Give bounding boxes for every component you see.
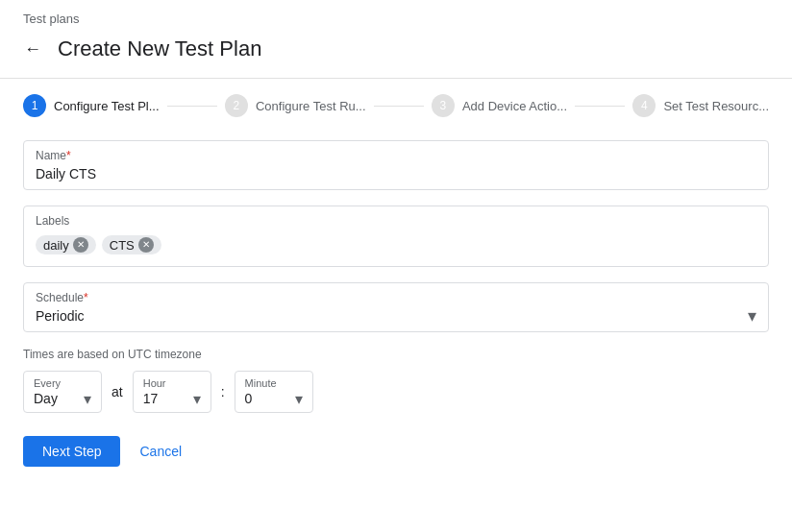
hour-label: Hour [143,377,201,389]
schedule-label: Schedule* [36,291,756,304]
page-title: Create New Test Plan [58,36,261,61]
step-connector-3 [575,106,625,107]
step-4-circle: 4 [632,94,656,117]
minute-select[interactable]: 0 [245,391,303,406]
back-button[interactable]: ← [15,32,50,66]
button-row: Next Step Cancel [0,436,792,467]
timezone-note: Times are based on UTC timezone [23,348,769,361]
colon-separator: : [221,384,225,399]
step-1: 1 Configure Test Pl... [23,94,160,117]
chip-cts-remove[interactable]: ✕ [138,237,154,253]
hour-field: Hour 17 ▾ [133,371,211,413]
hour-select-wrapper: 17 ▾ [143,391,201,406]
step-2: 2 Configure Test Ru... [225,94,366,117]
schedule-select-wrapper: Periodic Once Manual ▾ [36,308,756,324]
step-2-circle: 2 [225,94,248,117]
at-label: at [111,384,123,399]
schedule-field-group: Schedule* Periodic Once Manual ▾ [23,282,769,332]
breadcrumb: Test plans [0,0,792,26]
chip-daily-remove[interactable]: ✕ [73,237,88,253]
chip-daily-text: daily [43,238,69,253]
step-4: 4 Set Test Resourc... [632,94,769,117]
every-select-wrapper: Day Hour Week ▾ [34,391,91,406]
header-divider [0,78,792,79]
stepper: 1 Configure Test Pl... 2 Configure Test … [0,94,792,117]
step-connector-1 [167,106,217,107]
step-connector-2 [374,106,424,107]
schedule-select[interactable]: Periodic Once Manual [36,308,756,324]
every-select[interactable]: Day Hour Week [34,391,91,406]
form: Name* Labels daily ✕ CTS ✕ Schedule* Per… [0,140,792,413]
step-4-label: Set Test Resourc... [663,99,769,113]
step-3: 3 Add Device Actio... [432,94,567,117]
labels-label: Labels [36,214,756,228]
hour-select[interactable]: 17 [143,391,201,406]
name-field-group: Name* [23,140,769,190]
step-3-circle: 3 [432,94,455,117]
minute-select-wrapper: 0 ▾ [245,391,303,406]
step-1-circle: 1 [23,94,46,117]
name-label: Name* [36,149,756,162]
labels-chips-container: daily ✕ CTS ✕ [36,231,756,258]
minute-field: Minute 0 ▾ [235,371,313,413]
minute-label: Minute [245,377,303,389]
every-label: Every [34,377,91,389]
chip-daily: daily ✕ [36,235,96,254]
next-step-button[interactable]: Next Step [23,436,120,467]
chip-cts: CTS ✕ [102,235,161,254]
chip-cts-text: CTS [110,238,135,253]
every-field: Every Day Hour Week ▾ [23,371,102,413]
step-1-label: Configure Test Pl... [54,99,160,113]
step-3-label: Add Device Actio... [462,99,567,113]
name-input[interactable] [36,166,756,181]
periodic-row: Every Day Hour Week ▾ at Hour 17 ▾ : [23,371,769,413]
cancel-button[interactable]: Cancel [128,436,193,467]
labels-field-group: Labels daily ✕ CTS ✕ [23,206,769,267]
step-2-label: Configure Test Ru... [256,99,366,113]
